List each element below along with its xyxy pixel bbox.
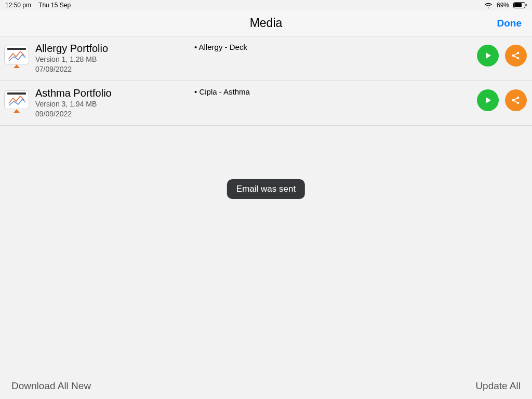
media-version: Version 3, 1.94 MB [35, 99, 194, 109]
media-actions [477, 45, 527, 66]
battery-icon [513, 2, 527, 8]
share-button[interactable] [505, 89, 527, 111]
download-all-new-button[interactable]: Download All New [11, 380, 91, 392]
page-title: Media [0, 10, 532, 36]
toast-message: Email was sent [227, 179, 305, 199]
media-title: Asthma Portfolio [35, 87, 194, 99]
media-row[interactable]: Asthma Portfolio Version 3, 1.94 MB 09/0… [0, 81, 532, 126]
share-button[interactable] [505, 45, 527, 66]
svg-line-7 [514, 54, 517, 55]
svg-rect-1 [514, 3, 522, 7]
nav-bar: Media Done [0, 10, 532, 36]
media-row[interactable]: Allergy Portfolio Version 1, 1.28 MB 07/… [0, 36, 532, 81]
media-list: Allergy Portfolio Version 1, 1.28 MB 07/… [0, 36, 532, 373]
battery-percent: 69% [497, 2, 509, 9]
svg-marker-3 [486, 52, 491, 59]
status-time: 12:50 pm [5, 2, 31, 9]
update-all-button[interactable]: Update All [475, 380, 521, 392]
footer-toolbar: Download All New Update All [0, 373, 532, 399]
done-button[interactable]: Done [497, 10, 522, 36]
status-date: Thu 15 Sep [38, 2, 71, 9]
svg-line-8 [514, 56, 517, 58]
status-bar: 12:50 pm Thu 15 Sep 69% [0, 0, 532, 10]
media-title: Allergy Portfolio [35, 43, 194, 55]
svg-line-13 [514, 98, 517, 100]
media-date: 07/09/2022 [35, 64, 194, 74]
play-button[interactable] [477, 45, 499, 66]
media-meta: Asthma Portfolio Version 3, 1.94 MB 09/0… [29, 87, 194, 119]
media-meta: Allergy Portfolio Version 1, 1.28 MB 07/… [29, 43, 194, 74]
svg-rect-2 [526, 4, 527, 7]
media-actions [477, 89, 527, 111]
media-date: 09/09/2022 [35, 109, 194, 119]
media-version: Version 1, 1.28 MB [35, 55, 194, 64]
presentation-thumbnail-icon [4, 90, 29, 109]
status-left: 12:50 pm Thu 15 Sep [5, 2, 75, 9]
media-tag: • Cipla - Asthma [194, 87, 477, 96]
wifi-icon [484, 2, 493, 8]
svg-line-14 [514, 101, 517, 102]
presentation-thumbnail-icon [4, 46, 29, 64]
status-right: 69% [483, 2, 527, 9]
svg-marker-9 [486, 97, 491, 103]
media-tag: • Allergy - Deck [194, 43, 477, 51]
play-button[interactable] [477, 89, 499, 111]
